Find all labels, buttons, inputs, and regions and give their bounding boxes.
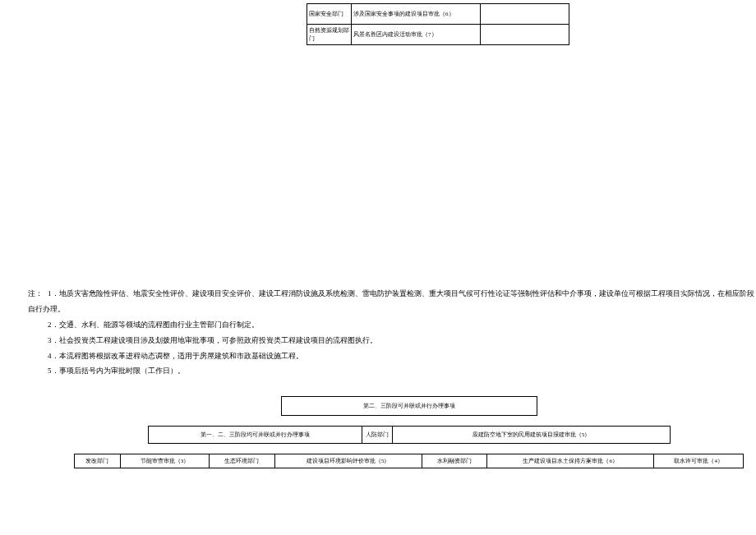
top-approval-table: 国家安全部门 涉及国家安全事项的建设项目审批（6） 自然资源规划部门 风景名胜区…: [307, 3, 569, 45]
notes-label: 注：: [28, 286, 48, 302]
note-text: 5．事项后括号内为审批时限（工作日）。: [48, 367, 185, 375]
item-cell: 节能审查审批（3）: [120, 454, 210, 468]
dept-cell: 发改部门: [75, 454, 121, 468]
item-cell: 取水许可审批（4）: [654, 454, 744, 468]
stage-1-2-3-parallel-row: 第一、二、三阶段均可并联或并行办理事项 人防部门 应建防空地下室的民用建筑项目报…: [148, 426, 671, 444]
table-row: 自然资源规划部门 风景名胜区内建设活动审批（7）: [307, 25, 569, 45]
note-text: 1．地质灾害危险性评估、地震安全性评价、建设项目安全评价、建设工程消防设施及系统…: [28, 289, 754, 313]
item-cell: 应建防空地下室的民用建筑项目报建审批（5）: [392, 427, 670, 443]
blank-cell: [481, 25, 569, 45]
item-cell: 建设项目环境影响评价审批（5）: [274, 454, 422, 468]
note-line: 3．社会投资类工程建设项目涉及划拨用地审批事项，可参照政府投资类工程建设项目的流…: [28, 333, 756, 348]
dept-cell: 水利融资部门: [422, 454, 486, 468]
dept-cell: 生态环境部门: [210, 454, 274, 468]
bottom-parallel-table: 发改部门 节能审查审批（3） 生态环境部门 建设项目环境影响评价审批（5） 水利…: [74, 454, 744, 468]
item-cell: 风景名胜区内建设活动审批（7）: [352, 25, 481, 45]
parallel-label: 第一、二、三阶段均可并联或并行办理事项: [149, 431, 362, 439]
dept-cell: 国家安全部门: [307, 4, 352, 25]
stage-2-3-parallel-header: 第二、三阶段可并联或并行办理事项: [281, 396, 537, 416]
note-text: 2．交通、水利、能源等领域的流程图由行业主管部门自行制定。: [48, 321, 259, 329]
note-text: 4．本流程图将根据改革进程动态调整，适用于房屋建筑和市政基础设施工程。: [48, 352, 303, 360]
note-line: 2．交通、水利、能源等领域的流程图由行业主管部门自行制定。: [28, 317, 756, 333]
blank-cell: [481, 4, 569, 25]
item-cell: 生产建设项目水土保持方案审批（6）: [487, 454, 654, 468]
dept-cell: 自然资源规划部门: [307, 25, 352, 45]
note-text: 3．社会投资类工程建设项目涉及划拨用地审批事项，可参照政府投资类工程建设项目的流…: [48, 336, 377, 344]
note-line: 4．本流程图将根据改革进程动态调整，适用于房屋建筑和市政基础设施工程。: [28, 348, 756, 364]
notes-section: 注：1．地质灾害危险性评估、地震安全性评价、建设项目安全评价、建设工程消防设施及…: [28, 286, 756, 379]
note-line: 5．事项后括号内为审批时限（工作日）。: [28, 363, 756, 379]
note-line: 注：1．地质灾害危险性评估、地震安全性评价、建设项目安全评价、建设工程消防设施及…: [28, 286, 756, 317]
table-row: 发改部门 节能审查审批（3） 生态环境部门 建设项目环境影响评价审批（5） 水利…: [75, 454, 744, 468]
table-row: 国家安全部门 涉及国家安全事项的建设项目审批（6）: [307, 4, 569, 25]
item-cell: 涉及国家安全事项的建设项目审批（6）: [352, 4, 481, 25]
dept-cell: 人防部门: [362, 427, 392, 443]
